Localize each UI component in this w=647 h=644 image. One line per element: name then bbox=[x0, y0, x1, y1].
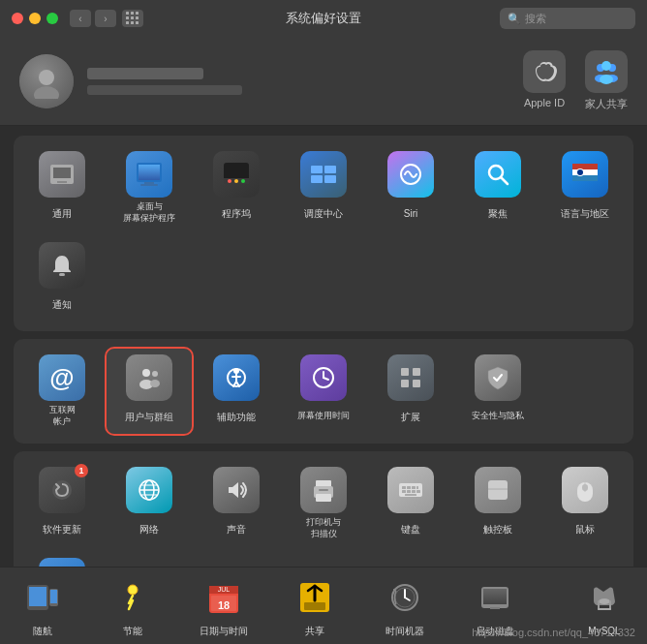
pref-network[interactable]: 网络 bbox=[107, 461, 192, 546]
pref-extensions[interactable]: 扩展 bbox=[368, 349, 453, 434]
pref-printer[interactable]: 打印机与 扫描仪 bbox=[281, 461, 366, 546]
spotlight-icon bbox=[475, 151, 521, 198]
pref-sidecar[interactable]: 随航 bbox=[19, 574, 66, 638]
svg-rect-60 bbox=[316, 494, 331, 502]
desktop-icon bbox=[126, 151, 172, 198]
window-title: 系统偏好设置 bbox=[286, 10, 361, 27]
battery-icon bbox=[109, 574, 156, 621]
svg-point-7 bbox=[600, 75, 613, 84]
svg-point-0 bbox=[39, 70, 54, 85]
pref-users[interactable]: 用户与群组 bbox=[107, 349, 192, 434]
svg-point-35 bbox=[142, 369, 150, 377]
svg-point-38 bbox=[150, 380, 160, 387]
profile-name bbox=[87, 68, 203, 79]
minimize-button[interactable] bbox=[29, 13, 41, 24]
mission-label: 调度中心 bbox=[304, 201, 343, 225]
internet-icon: @ bbox=[39, 354, 85, 401]
forward-button[interactable]: › bbox=[95, 10, 116, 27]
pref-spotlight[interactable]: 聚焦 bbox=[455, 145, 540, 230]
svg-rect-67 bbox=[402, 490, 406, 493]
svg-rect-21 bbox=[311, 166, 323, 173]
pref-mouse[interactable]: 鼠标 bbox=[542, 461, 628, 546]
mouse-label: 鼠标 bbox=[575, 517, 595, 540]
search-icon: 🔍 bbox=[508, 13, 521, 25]
close-button[interactable] bbox=[12, 13, 23, 24]
pref-dock[interactable]: 程序坞 bbox=[194, 145, 279, 230]
trackpad-label: 触控板 bbox=[483, 517, 512, 540]
svg-point-37 bbox=[152, 371, 158, 377]
nav-buttons: ‹ › bbox=[70, 10, 116, 27]
datetime-label: 日期与时间 bbox=[200, 625, 248, 638]
search-box[interactable]: 🔍 搜索 bbox=[500, 8, 635, 29]
svg-rect-50 bbox=[401, 380, 409, 387]
keyboard-icon bbox=[387, 467, 434, 513]
svg-text:JUL: JUL bbox=[218, 586, 231, 593]
apple-id-action[interactable]: Apple ID bbox=[523, 50, 566, 111]
apple-id-icon bbox=[523, 50, 566, 93]
pref-siri[interactable]: Siri bbox=[368, 145, 453, 230]
security-icon bbox=[475, 354, 521, 401]
svg-rect-15 bbox=[140, 184, 158, 186]
updates-icon: 1 bbox=[39, 467, 85, 513]
pref-datetime[interactable]: 18 JUL 日期与时间 bbox=[200, 574, 248, 638]
screentime-label: 屏幕使用时间 bbox=[297, 405, 350, 428]
section-general: 通用 桌面与 屏幕保护程序 bbox=[14, 136, 633, 331]
svg-rect-10 bbox=[57, 181, 67, 183]
pref-battery[interactable]: 节能 bbox=[109, 574, 156, 638]
apple-id-label: Apple ID bbox=[524, 97, 565, 108]
family-share-action[interactable]: 家人共享 bbox=[585, 50, 628, 111]
language-label: 语言与地区 bbox=[561, 201, 609, 225]
search-placeholder: 搜索 bbox=[525, 12, 546, 26]
users-label: 用户与群组 bbox=[125, 405, 173, 428]
mysql-icon bbox=[581, 575, 628, 622]
footer-url: https://blog.csdn.net/qq_43714332 bbox=[472, 627, 635, 638]
pref-sound[interactable]: 声音 bbox=[194, 461, 279, 546]
svg-rect-24 bbox=[324, 175, 336, 183]
svg-rect-29 bbox=[572, 164, 598, 169]
back-button[interactable]: ‹ bbox=[70, 10, 91, 27]
desktop-label: 桌面与 屏幕保护程序 bbox=[123, 201, 175, 225]
svg-rect-69 bbox=[412, 490, 416, 493]
pref-timemachine[interactable]: 时间机器 bbox=[382, 574, 428, 638]
timemachine-icon bbox=[382, 574, 428, 621]
pref-general[interactable]: 通用 bbox=[19, 145, 105, 230]
title-bar: ‹ › 系统偏好设置 🔍 搜索 bbox=[0, 0, 647, 37]
pref-language[interactable]: 语言与地区 bbox=[542, 145, 628, 230]
general-label: 通用 bbox=[52, 201, 72, 225]
svg-rect-64 bbox=[407, 486, 411, 489]
pref-access[interactable]: 辅助功能 bbox=[194, 349, 279, 434]
grid-view-button[interactable] bbox=[122, 10, 143, 27]
keyboard-label: 键盘 bbox=[401, 517, 420, 540]
prefs-area: 通用 桌面与 屏幕保护程序 bbox=[0, 126, 647, 570]
notif-icon bbox=[39, 242, 85, 289]
pref-trackpad[interactable]: 触控板 bbox=[455, 461, 540, 546]
pref-security[interactable]: 安全性与隐私 bbox=[455, 349, 540, 434]
sound-label: 声音 bbox=[227, 517, 246, 540]
svg-point-18 bbox=[228, 179, 231, 183]
pref-internet[interactable]: @ 互联网 帐户 bbox=[19, 349, 105, 434]
svg-point-85 bbox=[128, 585, 138, 595]
language-icon bbox=[562, 151, 608, 198]
section-hardware: 1 软件更新 网络 bbox=[14, 451, 633, 570]
section-general-grid: 通用 桌面与 屏幕保护程序 bbox=[19, 145, 628, 322]
update-badge: 1 bbox=[75, 464, 88, 477]
pref-mission[interactable]: 调度中心 bbox=[281, 145, 366, 230]
pref-keyboard[interactable]: 键盘 bbox=[368, 461, 453, 546]
svg-point-1 bbox=[34, 86, 59, 99]
maximize-button[interactable] bbox=[46, 13, 58, 24]
sound-icon bbox=[213, 467, 260, 513]
bottom-section: 随航 节能 18 JUL 日期与时间 bbox=[0, 567, 647, 644]
pref-notif[interactable]: 通知 bbox=[19, 236, 105, 322]
pref-updates[interactable]: 1 软件更新 bbox=[19, 461, 105, 546]
pref-sharing[interactable]: 共享 bbox=[292, 574, 338, 638]
family-share-icon bbox=[585, 50, 628, 93]
sharing-label: 共享 bbox=[305, 625, 324, 638]
svg-rect-49 bbox=[413, 368, 420, 376]
avatar[interactable] bbox=[19, 54, 74, 108]
spotlight-label: 聚焦 bbox=[488, 201, 508, 225]
pref-screentime[interactable]: 屏幕使用时间 bbox=[281, 349, 366, 434]
dock-icon bbox=[213, 151, 260, 198]
trackpad-icon bbox=[475, 467, 521, 513]
svg-rect-65 bbox=[412, 486, 416, 489]
pref-desktop[interactable]: 桌面与 屏幕保护程序 bbox=[107, 145, 192, 230]
